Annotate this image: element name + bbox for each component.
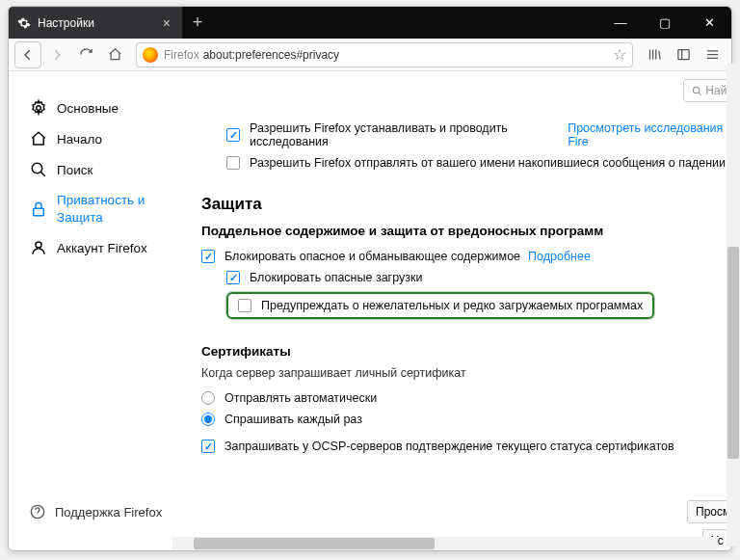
reload-button[interactable] bbox=[72, 41, 99, 68]
window-controls: — ▢ ✕ bbox=[598, 7, 731, 39]
svg-point-2 bbox=[32, 163, 42, 173]
checkbox-row-crash: Разрешить Firefox отправлять от вашего и… bbox=[201, 152, 731, 173]
home-button[interactable] bbox=[101, 41, 128, 68]
svg-point-1 bbox=[37, 106, 41, 111]
radio-row-auto: Отправлять автоматически bbox=[201, 387, 731, 409]
sidebar-label: Аккаунт Firefox bbox=[57, 241, 147, 255]
tab-close-button[interactable]: × bbox=[159, 15, 174, 31]
search-preferences-input[interactable]: Най bbox=[683, 79, 731, 102]
horizontal-scrollbar[interactable] bbox=[172, 537, 718, 550]
subsection-heading-malware: Поддельное содержимое и защита от вредон… bbox=[201, 224, 731, 238]
support-label: Поддержка Firefox bbox=[55, 505, 162, 520]
search-icon bbox=[30, 161, 47, 178]
forward-button[interactable] bbox=[43, 41, 70, 68]
sidebar-label: Основные bbox=[57, 101, 119, 116]
checkbox-research[interactable] bbox=[226, 128, 240, 142]
url-scheme-label: Firefox bbox=[164, 48, 199, 62]
content-area: Основные Начало Поиск Приватность и Защи… bbox=[9, 71, 731, 550]
scrollbar-thumb[interactable] bbox=[194, 538, 435, 549]
main-panel: Най Разрешить Firefox устанавливать и пр… bbox=[172, 71, 731, 550]
lock-icon bbox=[30, 200, 47, 218]
sidebar-item-account[interactable]: Аккаунт Firefox bbox=[30, 232, 172, 263]
support-link[interactable]: Поддержка Firefox bbox=[30, 504, 162, 520]
menu-button[interactable] bbox=[699, 41, 726, 68]
checkbox-row-ocsp: Запрашивать у OCSP-серверов подтверждени… bbox=[201, 436, 731, 457]
radio-label: Спрашивать каждый раз bbox=[225, 413, 362, 426]
nav-toolbar: Firefox ☆ bbox=[9, 39, 731, 71]
library-button[interactable] bbox=[641, 41, 668, 68]
sidebar-label: Приватность и Защита bbox=[57, 192, 172, 226]
browser-window: Настройки × + — ▢ ✕ Firefox ☆ bbox=[8, 6, 732, 551]
section-heading-protection: Защита bbox=[201, 195, 731, 214]
url-bar[interactable]: Firefox ☆ bbox=[136, 42, 633, 67]
minimize-button[interactable]: — bbox=[598, 7, 643, 39]
sidebar-item-general[interactable]: Основные bbox=[30, 93, 172, 123]
checkbox-label: Предупреждать о нежелательных и редко за… bbox=[261, 299, 643, 312]
checkbox-crash[interactable] bbox=[226, 156, 240, 170]
title-bar: Настройки × + — ▢ ✕ bbox=[9, 7, 731, 39]
preferences-sidebar: Основные Начало Поиск Приватность и Защи… bbox=[9, 71, 172, 550]
radio-certs-auto[interactable] bbox=[201, 391, 215, 405]
radio-row-ask: Спрашивать каждый раз bbox=[201, 409, 731, 430]
svg-point-6 bbox=[693, 88, 699, 93]
svg-rect-0 bbox=[677, 50, 688, 60]
scrollbar-thumb[interactable] bbox=[727, 247, 732, 459]
checkbox-label: Запрашивать у OCSP-серверов подтверждени… bbox=[225, 440, 674, 453]
bookmark-star-icon[interactable]: ☆ bbox=[613, 45, 626, 64]
sidebar-item-home[interactable]: Начало bbox=[30, 123, 172, 154]
checkbox-ocsp[interactable] bbox=[201, 440, 215, 453]
account-icon bbox=[30, 239, 47, 256]
certs-description: Когда сервер запрашивает личный сертифик… bbox=[201, 366, 731, 380]
checkbox-block-downloads[interactable] bbox=[226, 271, 240, 284]
button-view-certs[interactable]: Просм bbox=[687, 500, 731, 523]
checkbox-label: Блокировать опасные загрузки bbox=[250, 271, 422, 284]
maximize-button[interactable]: ▢ bbox=[643, 7, 687, 39]
checkbox-warn-unwanted[interactable] bbox=[238, 299, 251, 312]
checkbox-label: Разрешить Firefox устанавливать и провод… bbox=[250, 121, 560, 148]
back-button[interactable] bbox=[14, 41, 41, 68]
vertical-scrollbar[interactable] bbox=[727, 64, 732, 547]
svg-point-4 bbox=[36, 242, 41, 248]
gear-icon bbox=[30, 99, 47, 117]
svg-rect-3 bbox=[34, 208, 44, 216]
checkbox-label: Блокировать опасное и обманывающее содер… bbox=[225, 250, 520, 263]
close-button[interactable]: ✕ bbox=[687, 7, 731, 39]
sidebar-button[interactable] bbox=[670, 41, 697, 68]
radio-label: Отправлять автоматически bbox=[225, 391, 377, 405]
sidebar-label: Начало bbox=[57, 132, 102, 147]
checkbox-block-dangerous[interactable] bbox=[201, 250, 215, 263]
checkbox-row-research: Разрешить Firefox устанавливать и провод… bbox=[201, 118, 731, 152]
browser-tab[interactable]: Настройки × bbox=[9, 7, 182, 39]
sidebar-item-search[interactable]: Поиск bbox=[30, 154, 172, 185]
radio-certs-ask[interactable] bbox=[201, 413, 215, 426]
checkbox-row-block-dangerous: Блокировать опасное и обманывающее содер… bbox=[201, 246, 731, 267]
link-view-studies[interactable]: Просмотреть исследования Fire bbox=[568, 121, 731, 148]
checkbox-row-warn-unwanted: Предупреждать о нежелательных и редко за… bbox=[201, 288, 731, 323]
tab-title: Настройки bbox=[38, 16, 159, 30]
checkbox-row-block-downloads: Блокировать опасные загрузки bbox=[201, 267, 731, 288]
help-icon bbox=[30, 504, 45, 520]
highlighted-option: Предупреждать о нежелательных и редко за… bbox=[226, 292, 654, 319]
new-tab-button[interactable]: + bbox=[182, 7, 213, 39]
home-icon bbox=[30, 130, 47, 147]
url-input[interactable] bbox=[203, 48, 613, 62]
gear-icon bbox=[16, 15, 32, 31]
firefox-icon bbox=[143, 47, 158, 63]
sidebar-item-privacy[interactable]: Приватность и Защита bbox=[30, 185, 172, 232]
checkbox-label: Разрешить Firefox отправлять от вашего и… bbox=[250, 156, 726, 170]
subsection-heading-certificates: Сертификаты bbox=[201, 344, 731, 359]
sidebar-label: Поиск bbox=[57, 163, 92, 177]
link-learn-more[interactable]: Подробнее bbox=[528, 250, 591, 263]
